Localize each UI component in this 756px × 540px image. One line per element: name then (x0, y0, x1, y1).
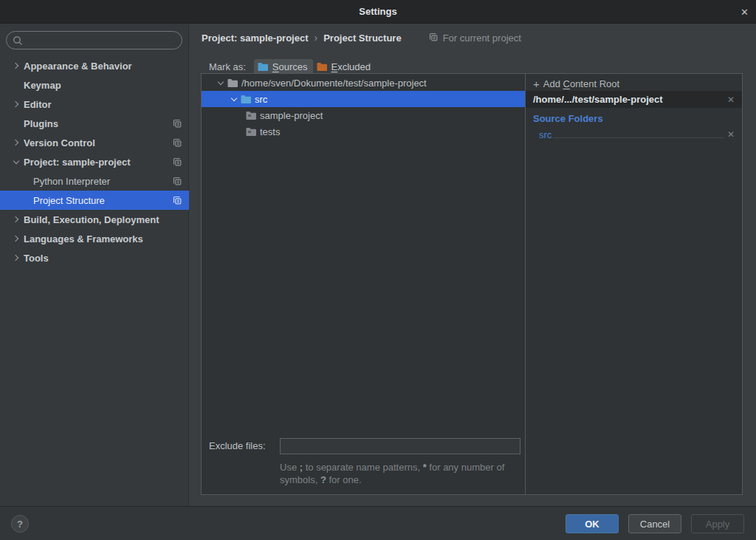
cancel-button[interactable]: Cancel (628, 514, 681, 533)
breadcrumb-project[interactable]: Project: sample-project (202, 33, 309, 44)
chevron-down-icon[interactable] (215, 78, 227, 88)
source-folder-row[interactable]: src ✕ (526, 127, 742, 142)
chevron-right-icon (10, 253, 24, 263)
settings-sidebar: Appearance & Behavior Keymap Editor Plug… (0, 24, 189, 506)
sidebar-item-plugins[interactable]: Plugins (0, 114, 189, 133)
search-input[interactable] (27, 35, 176, 46)
mark-as-excluded-button[interactable]: Excluded (313, 59, 376, 75)
content-root-row[interactable]: /home/.../test/sample-project ✕ (526, 91, 742, 108)
sidebar-item-languages-frameworks[interactable]: Languages & Frameworks (0, 229, 189, 248)
exclude-files-row: Exclude files: (202, 438, 525, 454)
tree-row-content-root[interactable]: /home/sven/Dokumente/test/sample-project (202, 75, 525, 91)
settings-dialog: Settings ✕ Appearance & Behavior Keymap … (0, 0, 756, 540)
breadcrumb: Project: sample-project › Project Struct… (202, 30, 521, 46)
sidebar-item-project[interactable]: Project: sample-project (0, 152, 189, 171)
main-area: Project: sample-project › Project Struct… (189, 24, 756, 506)
chevron-down-icon[interactable] (228, 94, 241, 104)
titlebar: Settings ✕ (0, 0, 756, 24)
folder-icon (246, 111, 257, 120)
breadcrumb-page: Project Structure (323, 33, 401, 44)
sidebar-item-keymap[interactable]: Keymap (0, 75, 189, 95)
folder-icon (246, 127, 257, 137)
exclude-files-label: Exclude files: (209, 440, 280, 451)
sidebar-item-build-execution-deployment[interactable]: Build, Execution, Deployment (0, 210, 189, 229)
exclude-files-hint: Use ; to separate name patterns, * for a… (280, 461, 529, 486)
sidebar-item-python-interpreter[interactable]: Python Interpreter (0, 171, 189, 191)
per-project-icon (172, 176, 182, 188)
help-button[interactable]: ? (11, 515, 29, 533)
mark-as-sources-button[interactable]: Sources (254, 59, 313, 75)
dialog-footer: ? OK Cancel Apply (0, 506, 756, 540)
source-folder-name: src (539, 129, 551, 140)
chevron-right-icon (10, 99, 24, 109)
window-title: Settings (359, 6, 396, 17)
per-project-icon (172, 118, 182, 131)
chevron-right-icon (10, 233, 24, 244)
search-box[interactable] (6, 31, 182, 49)
tree-row-tests[interactable]: tests (202, 123, 525, 140)
tree-row-src[interactable]: src (202, 91, 525, 107)
sources-folder-icon (258, 62, 269, 72)
apply-button[interactable]: Apply (691, 514, 744, 533)
content-tree-panel: /home/sven/Dokumente/test/sample-project… (202, 74, 526, 494)
settings-nav: Appearance & Behavior Keymap Editor Plug… (0, 56, 189, 267)
search-icon (13, 35, 23, 46)
chevron-right-icon (10, 61, 24, 71)
chevron-right-icon (10, 214, 24, 225)
tree-row-sample-project[interactable]: sample-project (202, 107, 525, 123)
remove-content-root-icon[interactable]: ✕ (727, 95, 735, 105)
content-root-path: /home/.../test/sample-project (533, 94, 727, 105)
content-root-panel: + Add Content Root /home/.../test/sample… (526, 74, 742, 494)
sidebar-item-version-control[interactable]: Version Control (0, 133, 189, 152)
structure-panels: /home/sven/Dokumente/test/sample-project… (201, 73, 743, 495)
chevron-down-icon (10, 157, 24, 167)
source-folders-title: Source Folders (533, 113, 603, 124)
mark-as-label: Mark as: (209, 61, 246, 72)
sidebar-item-editor[interactable]: Editor (0, 95, 189, 114)
per-project-icon (172, 137, 182, 150)
sidebar-item-appearance-behavior[interactable]: Appearance & Behavior (0, 56, 189, 75)
breadcrumb-separator: › (315, 32, 318, 44)
per-project-icon (172, 195, 182, 208)
sidebar-item-project-structure[interactable]: Project Structure (0, 191, 189, 210)
plus-icon: + (533, 78, 540, 90)
source-folder-icon (241, 95, 252, 104)
folder-icon (227, 78, 238, 88)
dotted-leader (553, 137, 724, 138)
ok-button[interactable]: OK (566, 514, 619, 533)
add-content-root-button[interactable]: + Add Content Root (533, 76, 619, 91)
remove-source-folder-icon[interactable]: ✕ (727, 129, 735, 140)
excluded-folder-icon (317, 62, 328, 72)
for-current-project-badge: For current project (428, 32, 521, 44)
close-icon[interactable]: ✕ (740, 0, 749, 24)
sidebar-item-tools[interactable]: Tools (0, 248, 189, 267)
per-project-icon (428, 32, 439, 44)
per-project-icon (172, 157, 182, 169)
exclude-files-input[interactable] (280, 438, 520, 454)
chevron-right-icon (10, 137, 24, 148)
